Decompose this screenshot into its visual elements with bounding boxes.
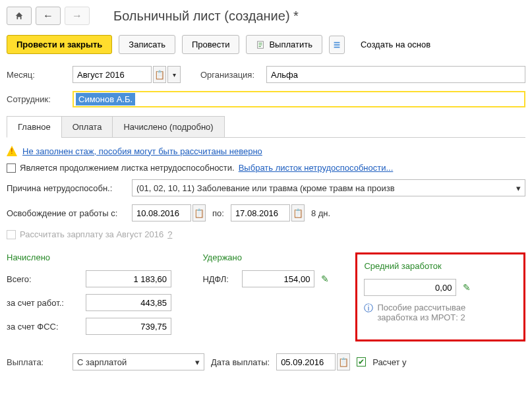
employee-label: Сотрудник: [7, 94, 66, 104]
fss-label: за счет ФСС: [7, 322, 79, 332]
ndfl-label: НДФЛ: [202, 274, 235, 284]
arrow-right-icon: → [72, 10, 82, 22]
calc-approved-label: Расчет у [372, 357, 406, 367]
employee-input[interactable]: Симонов А.Б. [73, 91, 525, 107]
forward-button[interactable]: → [65, 7, 90, 25]
save-button[interactable]: Записать [119, 35, 175, 54]
calendar-icon: 📋 [338, 357, 349, 367]
chevron-down-icon: ▾ [516, 183, 521, 193]
list-button[interactable] [329, 36, 345, 54]
to-label: по: [212, 208, 224, 218]
select-sheet-link[interactable]: Выбрать листок нетрудоспособности... [239, 163, 394, 173]
home-icon [15, 11, 24, 20]
reason-label: Причина нетрудоспособн.: [7, 183, 125, 193]
org-label: Организация: [200, 70, 260, 80]
release-label: Освобождение от работы с: [7, 208, 125, 218]
post-button[interactable]: Провести [182, 35, 240, 54]
continuation-label: Является продолжением листка нетрудоспос… [20, 163, 235, 173]
month-dropdown-button[interactable]: ▾ [167, 66, 181, 83]
tab-main[interactable]: Главное [7, 116, 62, 138]
accrued-header: Начислено [7, 252, 176, 262]
list-icon [332, 40, 341, 49]
recalc-checkbox [7, 230, 16, 239]
fss-input[interactable] [86, 318, 171, 335]
info-icon: ⓘ [364, 303, 373, 314]
warning-icon: ! [7, 146, 17, 156]
employer-label: за счет работ.: [7, 298, 79, 308]
calendar-icon: 📋 [293, 208, 303, 218]
calendar-icon: 📋 [194, 208, 204, 218]
ndfl-input[interactable] [242, 270, 314, 287]
post-and-close-button[interactable]: Провести и закрыть [7, 35, 112, 54]
date-to-picker[interactable]: 📋 [291, 204, 305, 221]
chevron-down-icon: ▾ [195, 357, 200, 367]
payment-select[interactable]: С зарплатой ▾ [73, 353, 204, 370]
employer-input[interactable] [86, 294, 171, 311]
date-to-input[interactable] [231, 204, 290, 221]
total-label: Всего: [7, 274, 79, 284]
page-title: Больничный лист (создание) * [113, 9, 299, 24]
arrow-left-icon: ← [43, 10, 53, 22]
avg-input[interactable] [364, 279, 456, 296]
pay-date-input[interactable] [276, 353, 336, 370]
continuation-checkbox[interactable] [7, 163, 16, 173]
stage-warning-link[interactable]: Не заполнен стаж, пособия могут быть рас… [22, 146, 262, 156]
reason-select[interactable]: (01, 02, 10, 11) Заболевание или травма … [132, 179, 525, 196]
withheld-header: Удержано [202, 252, 329, 262]
pay-date-picker[interactable]: 📋 [337, 353, 350, 370]
org-input[interactable] [266, 66, 525, 83]
avg-edit-icon[interactable]: ✎ [463, 282, 471, 293]
month-label: Месяц: [7, 70, 66, 80]
date-from-input[interactable] [132, 204, 191, 221]
avg-header: Средний заработок [364, 261, 517, 271]
recalc-help-icon: ? [167, 229, 172, 239]
month-picker-button[interactable]: 📋 [153, 66, 166, 83]
employee-value: Симонов А.Б. [76, 93, 135, 105]
date-from-picker[interactable]: 📋 [192, 204, 206, 221]
recalc-label: Рассчитать зарплату за Август 2016 [20, 229, 163, 239]
mrot-info: Пособие рассчитывае заработка из МРОТ: 2 [377, 303, 465, 322]
home-button[interactable] [7, 7, 32, 25]
back-button[interactable]: ← [36, 7, 61, 25]
ndfl-edit-icon[interactable]: ✎ [321, 274, 329, 284]
pay-date-label: Дата выплаты: [211, 357, 270, 367]
payment-label: Выплата: [7, 357, 66, 367]
calendar-icon: 📋 [154, 70, 165, 80]
pay-button[interactable]: Выплатить [246, 35, 322, 54]
create-based-button[interactable]: Создать на основ [351, 36, 440, 53]
total-input[interactable] [86, 270, 171, 287]
month-input[interactable] [73, 66, 152, 83]
tab-accrued[interactable]: Начислено (подробно) [112, 116, 224, 138]
tab-payment[interactable]: Оплата [61, 116, 113, 138]
document-icon [256, 40, 265, 49]
days-count: 8 дн. [311, 208, 330, 218]
calc-approved-checkbox[interactable]: ✔ [357, 357, 366, 367]
